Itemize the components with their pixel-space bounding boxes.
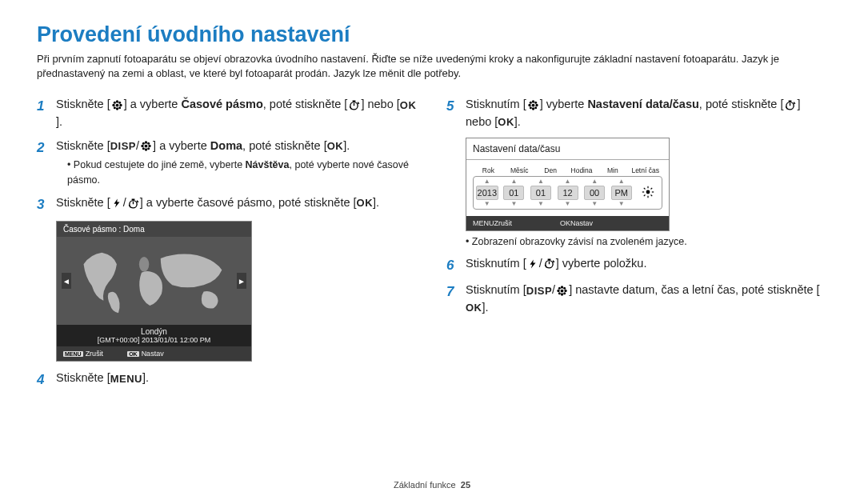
step-3: 3 Stiskněte [/] a vyberte časové pásmo, … (37, 194, 418, 215)
month-spinner[interactable]: ▲01▼ (501, 177, 528, 209)
map-title: Časové pásmo : Doma (57, 222, 251, 237)
step-2-sub: Pokud cestujete do jiné země, vyberte Ná… (67, 158, 418, 188)
step-4: 4 Stiskněte [MENU]. (37, 370, 418, 390)
step-number: 2 (37, 138, 48, 158)
flower-icon (556, 285, 568, 297)
map-cancel[interactable]: Zrušit (86, 350, 104, 358)
ok-label: OK (498, 114, 514, 130)
date-values-row: ▲2013▼ ▲01▼ ▲01▼ ▲12▼ ▲00▼ ▲PM▼ (473, 176, 662, 210)
flower-icon (111, 99, 123, 111)
ok-label: OK (327, 138, 344, 154)
map-info: Londýn [GMT+00:00] 2013/01/01 12:00 PM (57, 325, 251, 346)
flash-icon (527, 258, 538, 270)
datetime-screen: Nastavení data/času Rok Měsíc Den Hodina… (466, 138, 670, 231)
timer-icon (784, 99, 796, 111)
step-number: 1 (37, 96, 48, 117)
step-6: 6 Stisknutím [/] vyberte položku. (446, 255, 827, 276)
flash-icon (111, 198, 122, 209)
left-column: 1 Stiskněte [] a vyberte Časové pásmo, p… (37, 96, 418, 397)
date-set[interactable]: Nastav (570, 219, 593, 227)
ok-label: OK (466, 300, 482, 316)
prev-arrow-icon[interactable]: ◄ (62, 273, 71, 289)
year-spinner[interactable]: ▲2013▼ (474, 177, 501, 209)
ok-tag: OK (560, 219, 570, 227)
timer-icon (348, 99, 360, 111)
step-1: 1 Stiskněte [] a vyberte Časové pásmo, p… (37, 96, 418, 131)
step-2: 2 Stiskněte [DISP/] a vyberte Doma, poté… (37, 138, 418, 188)
step-number: 4 (37, 370, 48, 390)
world-map-icon (71, 241, 237, 321)
map-set[interactable]: Nastav (142, 350, 164, 358)
date-column-headers: Rok Měsíc Den Hodina Min Letní čas (473, 166, 662, 174)
step-number: 5 (446, 96, 458, 117)
page-footer: Základní funkce 25 (0, 480, 864, 490)
right-column: 5 Stisknutím [] vyberte Nastavení data/č… (446, 96, 827, 397)
map-gmt: [GMT+00:00] 2013/01/01 12:00 PM (57, 336, 251, 344)
step-number: 3 (37, 194, 48, 215)
timer-icon (543, 258, 555, 270)
min-spinner[interactable]: ▲00▼ (581, 177, 608, 209)
step-7: 7 Stisknutím [DISP/] nastavte datum, čas… (446, 282, 827, 317)
menu-label: MENU (110, 371, 142, 387)
flower-icon (527, 99, 539, 111)
ok-label: OK (400, 98, 417, 114)
ok-label: OK (357, 195, 374, 211)
next-arrow-icon[interactable]: ► (237, 273, 246, 289)
date-cancel[interactable]: Zrušit (494, 219, 513, 227)
day-spinner[interactable]: ▲01▼ (527, 177, 554, 209)
step-number: 6 (446, 255, 458, 276)
map-city: Londýn (57, 327, 251, 336)
step-5: 5 Stisknutím [] vyberte Nastavení data/č… (446, 96, 827, 131)
map-footer: MENUZrušit OKNastav (57, 346, 251, 361)
menu-tag: MENU (473, 219, 494, 227)
dst-toggle[interactable] (634, 186, 662, 200)
page-title: Provedení úvodního nastavení (37, 22, 827, 47)
intro-text: Při prvním zapnutí fotoaparátu se objeví… (37, 52, 827, 80)
flower-icon (140, 140, 152, 152)
ok-tag: OK (127, 351, 139, 357)
map-body: ◄ ► (57, 237, 251, 325)
disp-label: DISP (526, 283, 552, 299)
timer-icon (127, 198, 139, 210)
svg-point-23 (139, 257, 149, 272)
timezone-map-screen: Časové pásmo : Doma ◄ ► Lo (56, 221, 252, 362)
disp-label: DISP (110, 138, 136, 154)
content-columns: 1 Stiskněte [] a vyberte Časové pásmo, p… (37, 96, 827, 397)
menu-tag: MENU (63, 351, 83, 357)
ampm-spinner[interactable]: ▲PM▼ (608, 177, 635, 209)
date-title: Nastavení data/času (466, 138, 669, 160)
date-footer: MENUZrušit OKNastav (466, 216, 669, 230)
hour-spinner[interactable]: ▲12▼ (554, 177, 582, 209)
date-note: Zobrazení obrazovky závisí na zvoleném j… (466, 236, 827, 247)
step-number: 7 (446, 282, 458, 302)
